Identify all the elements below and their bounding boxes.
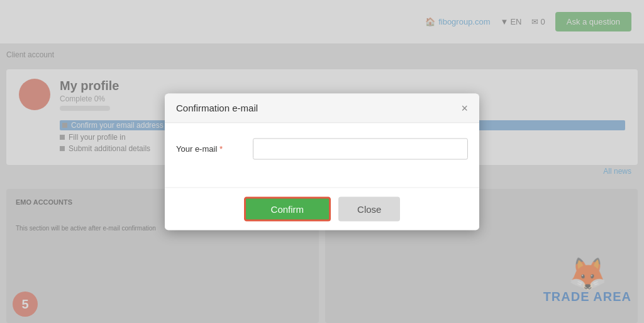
close-button[interactable]: Close bbox=[338, 196, 400, 221]
email-form-row: Your e-mail * bbox=[176, 138, 468, 159]
confirm-button[interactable]: Confirm bbox=[244, 196, 331, 221]
modal-body: Your e-mail * bbox=[165, 123, 479, 187]
required-indicator: * bbox=[219, 144, 223, 154]
modal-title: Confirmation e-mail bbox=[176, 103, 258, 113]
modal-footer: Confirm Close bbox=[165, 187, 479, 230]
modal-header: Confirmation e-mail × bbox=[165, 93, 479, 123]
email-label: Your e-mail * bbox=[176, 144, 245, 154]
modal-close-x-button[interactable]: × bbox=[461, 102, 468, 113]
confirmation-modal: Confirmation e-mail × Your e-mail * Conf… bbox=[165, 93, 479, 230]
email-input[interactable] bbox=[253, 138, 468, 159]
